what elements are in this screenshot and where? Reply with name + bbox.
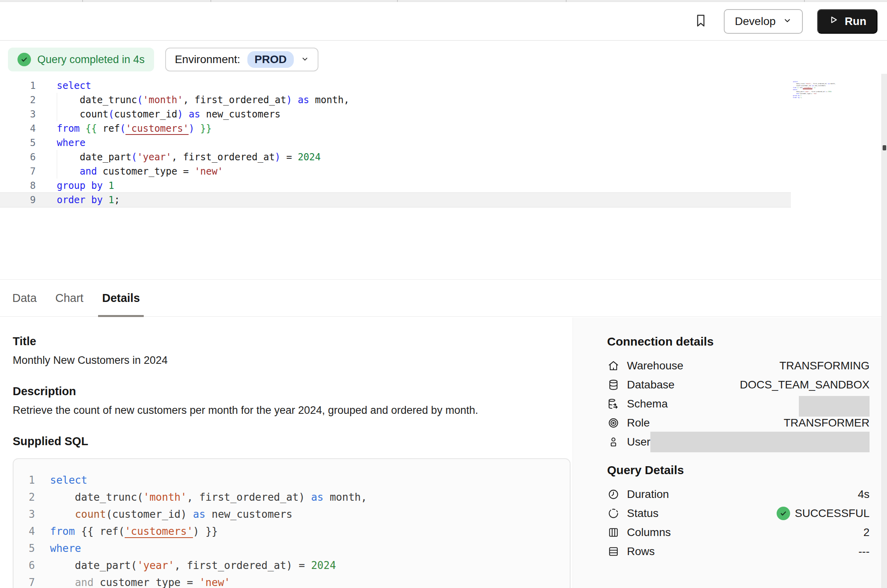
tab-details[interactable]: Details [102,280,140,316]
code-token-t: ; [801,97,802,98]
editor-minimap[interactable]: select date_trunc('month', first_ordered… [793,81,840,99]
code-token-num: 1 [108,180,114,191]
tab-data[interactable]: Data [12,280,37,316]
code-line: and customer_type = 'new' [50,574,230,588]
code-token-p: ( [131,152,137,163]
code-token-kw: order by [793,97,800,98]
editor-line-9[interactable]: 9order by 1; [0,193,791,207]
code-token-p: ( [108,109,114,120]
supplied-sql-line-5: 5where [13,540,570,557]
results-tab-bar: DataChartDetails [0,279,881,317]
code-token-t [199,525,206,537]
code-line: from {{ ref('customers') }} [50,523,218,540]
detail-row-rows: Rows--- [607,542,870,561]
tab-divider [566,0,567,2]
code-token-t [57,109,80,120]
detail-value: 2 [863,526,870,539]
role-icon [607,417,620,429]
query-editor-page: Develop Run Query completed in 4s Enviro… [0,0,887,588]
code-line: count(customer_id) as new_customers [50,506,293,523]
line-number: 4 [0,121,36,136]
chevron-down-icon [783,15,792,28]
editor-line-4[interactable]: 4from {{ ref('customers') }} [0,121,791,136]
browser-tab-strip [0,0,887,2]
status-value: SUCCESSFUL [795,507,870,520]
code-token-t [103,180,108,191]
code-token-t: = [293,559,311,571]
code-token-t: ; [114,194,120,206]
detail-label: Duration [627,488,669,501]
environment-badge: PROD [247,51,294,68]
code-token-kw: where [57,137,85,148]
detail-value: DOCS_TEAM_SANDBOX [740,379,870,391]
editor-line-6[interactable]: 6 date_part('year', first_ordered_at) = … [0,150,791,164]
editor-line-5[interactable]: 5where [0,136,791,150]
code-token-t: , first_ordered_at [172,152,275,163]
redacted-value [650,432,870,452]
tab-divider [804,0,805,2]
code-token-kw: select [793,81,798,83]
detail-row-warehouse: WarehouseTRANSFORMING [607,356,870,375]
code-token-t: ref [799,87,802,88]
code-token-str: 'month' [143,491,187,503]
indent-guide [57,93,57,107]
editor-line-3[interactable]: 3 count(customer_id) as new_customers [0,107,791,121]
code-token-t: customer_id [114,109,177,120]
code-token-str: 'new' [813,93,818,94]
editor-line-7[interactable]: 7 and customer_type = 'new' [0,164,791,179]
vertical-scrollbar[interactable] [881,74,887,588]
bookmark-button[interactable] [692,13,710,30]
code-token-t: new_customers [205,508,292,520]
detail-label: Schema [627,398,668,410]
code-token-p: ( [106,508,112,520]
code-line: from {{ ref('customers') }} [57,121,791,136]
detail-value: --- [858,545,870,558]
code-line: select [50,472,87,489]
line-number: 2 [25,489,35,506]
detail-value: TRANSFORMER [784,417,870,429]
run-button[interactable]: Run [817,9,877,34]
editor-line-8[interactable]: 8group by 1 [0,179,791,193]
tab-chart[interactable]: Chart [55,280,83,316]
code-token-t: , first_ordered_at [187,491,299,503]
scrollbar-thumb[interactable] [883,145,886,150]
database-icon [607,379,620,391]
query-status-bar: Query completed in 4s Environment: PROD [0,42,887,77]
develop-dropdown-button[interactable]: Develop [724,9,803,34]
code-token-fn: count [75,508,106,520]
code-line: date_trunc('month', first_ordered_at) as… [50,489,367,506]
line-number: 1 [0,79,36,93]
code-token-p: ( [137,94,143,106]
code-token-p: ) [181,508,187,520]
code-token-num: 2024 [311,559,336,571]
code-token-kw2: and [80,166,97,177]
editor-line-1[interactable]: 1select [0,79,791,93]
connection-panel: Connection details WarehouseTRANSFORMING… [573,317,881,588]
code-token-kw: where [50,542,81,554]
play-icon [828,15,839,28]
editor-line-2[interactable]: 2 date_trunc('month', first_ordered_at) … [0,93,791,107]
code-token-p: ) [286,559,293,571]
environment-selector[interactable]: Environment: PROD [165,48,318,71]
code-token-t: month, [830,83,836,85]
code-token-p: ) [193,525,199,537]
line-number: 8 [0,179,36,193]
connection-details-list: WarehouseTRANSFORMINGDatabaseDOCS_TEAM_S… [607,356,870,452]
code-token-num: 1 [108,194,114,206]
rows-icon [607,545,620,558]
user-icon [607,436,620,448]
code-token-t [50,508,75,520]
detail-row-schema: Schema [607,394,870,413]
code-token-str: 'year' [137,559,174,571]
code-token-t [50,576,75,588]
code-token-kw: from [50,525,75,537]
query-details-heading: Query Details [607,463,870,477]
line-number: 6 [0,150,36,164]
sql-editor[interactable]: 1select2 date_trunc('month', first_order… [0,79,881,207]
code-token-t [57,166,80,177]
code-token-kw: as [193,508,205,520]
code-token-stru: 'customers' [125,525,193,538]
indent-guide [57,150,57,164]
code-token-t: date_trunc [50,491,137,503]
code-token-t [80,123,85,134]
